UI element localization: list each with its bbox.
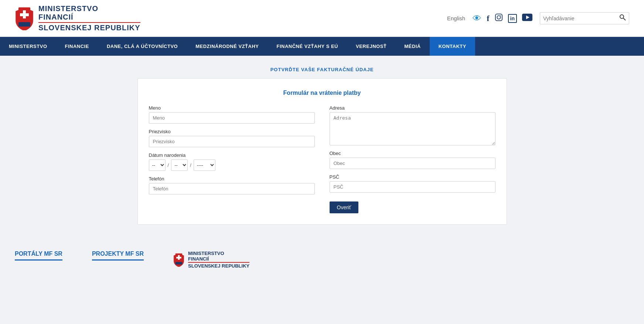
psc-group: PSČ <box>330 174 495 193</box>
svg-rect-5 <box>495 14 502 20</box>
nav-item-media[interactable]: MÉDIÁ <box>395 37 429 56</box>
header-right: English 👁 f in <box>447 12 629 24</box>
accessibility-icon[interactable]: 👁 <box>473 13 481 24</box>
nav-item-financne[interactable]: FINANČNÉ VZŤAHY S EÚ <box>268 37 347 56</box>
navigation-bar: MINISTERSTVO FINANCIE DANE, CLÁ A ÚČTOVN… <box>0 37 644 56</box>
svg-line-11 <box>623 18 626 20</box>
obec-group: Obec <box>330 151 495 169</box>
date-row: -- 0102030405 0607080910 1112131415 1617… <box>149 159 315 171</box>
social-icons: 👁 f in <box>473 13 532 24</box>
priezvisko-group: Priezvisko <box>149 129 315 147</box>
footer-logo-line1: MINISTERSTVO <box>188 251 249 256</box>
page-subtitle: POTVRĎTE VAŠE FAKTURAČNÉ ÚDAJE <box>15 67 629 72</box>
telefon-label: Telefón <box>149 176 315 182</box>
adresa-group: Adresa <box>330 105 495 145</box>
telefon-input[interactable] <box>149 183 315 194</box>
svg-point-6 <box>497 15 500 19</box>
verify-btn-row: Overiť <box>330 198 495 213</box>
form-left: Meno Priezvisko Dátum narodenia -- 01020… <box>149 105 315 213</box>
nav-item-medzinarodne[interactable]: MEDZINÁRODNÉ VZŤAHY <box>187 37 268 56</box>
nav-item-financie[interactable]: FINANCIE <box>56 37 98 56</box>
adresa-textarea[interactable] <box>330 112 495 145</box>
logo-line3: SLOVENSKEJ REPUBLIKY <box>38 24 140 32</box>
date-sep-1: / <box>168 162 169 168</box>
shield-logo <box>15 7 34 30</box>
footer-logo-line2: FINANCIÍ <box>188 256 249 263</box>
youtube-icon[interactable] <box>522 14 532 23</box>
meno-label: Meno <box>149 105 315 111</box>
footer-logo-text: MINISTERSTVO FINANCIÍ SLOVENSKEJ REPUBLI… <box>188 251 249 269</box>
instagram-icon[interactable] <box>495 13 503 24</box>
logo-area: MINISTERSTVO FINANCIÍ SLOVENSKEJ REPUBLI… <box>15 4 140 32</box>
year-select[interactable]: ---- 1940195019601970 1980199020002010 2… <box>194 159 215 171</box>
priezvisko-label: Priezvisko <box>149 129 315 134</box>
telefon-group: Telefón <box>149 176 315 194</box>
form-grid: Meno Priezvisko Dátum narodenia -- 01020… <box>149 105 495 213</box>
search-bar <box>540 12 629 24</box>
logo-line1: MINISTERSTVO <box>38 4 140 13</box>
form-card: Formulár na vrátenie platby Meno Priezvi… <box>137 78 507 225</box>
projekty-title: PROJEKTY MF SR <box>92 251 144 261</box>
footer-portaly: PORTÁLY MF SR <box>15 251 62 262</box>
verify-button[interactable]: Overiť <box>330 201 359 213</box>
footer-shield-logo <box>173 253 184 267</box>
form-title: Formulár na vrátenie platby <box>149 90 495 96</box>
meno-group: Meno <box>149 105 315 124</box>
month-select[interactable]: -- 01020304 05060708 09101112 <box>171 159 188 171</box>
portaly-title: PORTÁLY MF SR <box>15 251 62 261</box>
logo-text: MINISTERSTVO FINANCIÍ SLOVENSKEJ REPUBLI… <box>38 4 140 32</box>
svg-rect-16 <box>176 262 182 264</box>
psc-label: PSČ <box>330 174 495 180</box>
search-button[interactable] <box>619 14 626 23</box>
obec-label: Obec <box>330 151 495 156</box>
datum-group: Dátum narodenia -- 0102030405 0607080910… <box>149 152 315 171</box>
language-link[interactable]: English <box>447 15 465 21</box>
svg-point-7 <box>500 15 501 16</box>
logo-line2: FINANCIÍ <box>38 13 140 23</box>
svg-rect-15 <box>176 256 181 258</box>
site-header: MINISTERSTVO FINANCIÍ SLOVENSKEJ REPUBLI… <box>0 0 644 37</box>
footer-area: PORTÁLY MF SR PROJEKTY MF SR MINISTERSTV… <box>0 236 644 276</box>
form-right: Adresa Obec PSČ Overiť <box>330 105 495 213</box>
nav-item-kontakty[interactable]: KONTAKTY <box>430 37 475 56</box>
adresa-label: Adresa <box>330 105 495 111</box>
nav-item-ministerstvo[interactable]: MINISTERSTVO <box>0 37 56 56</box>
date-sep-2: / <box>190 162 191 168</box>
nav-item-verejnost[interactable]: VEREJNOSŤ <box>347 37 395 56</box>
datum-label: Dátum narodenia <box>149 152 315 158</box>
footer-logo-area: MINISTERSTVO FINANCIÍ SLOVENSKEJ REPUBLI… <box>173 251 249 269</box>
footer-projekty: PROJEKTY MF SR <box>92 251 144 262</box>
facebook-icon[interactable]: f <box>487 14 489 23</box>
psc-input[interactable] <box>330 181 495 193</box>
footer-logo-line3: SLOVENSKEJ REPUBLIKY <box>188 263 249 269</box>
linkedin-icon[interactable]: in <box>508 14 517 23</box>
day-select[interactable]: -- 0102030405 0607080910 1112131415 1617… <box>149 159 166 171</box>
svg-point-10 <box>620 15 624 18</box>
main-content: POTVRĎTE VAŠE FAKTURAČNÉ ÚDAJE Formulár … <box>0 56 644 236</box>
svg-rect-4 <box>18 22 30 27</box>
svg-rect-3 <box>20 13 29 16</box>
meno-input[interactable] <box>149 112 315 124</box>
priezvisko-input[interactable] <box>149 136 315 147</box>
search-input[interactable] <box>543 15 617 21</box>
obec-input[interactable] <box>330 158 495 169</box>
nav-item-dane[interactable]: DANE, CLÁ A ÚČTOVNÍCTVO <box>98 37 187 56</box>
